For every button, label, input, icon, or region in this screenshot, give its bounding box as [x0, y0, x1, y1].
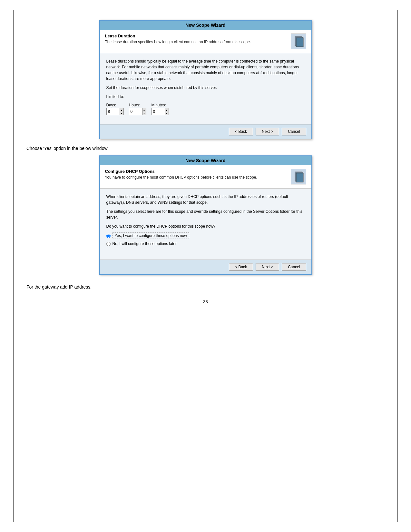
wizard1-days-arrows: ▲ ▼ [120, 108, 123, 115]
pages-icon2 [292, 171, 305, 183]
wizard1-days-spinbox: Days: 8 ▲ ▼ [106, 103, 124, 115]
wizard1-minutes-value: 0 [152, 108, 165, 115]
wizard2-body-para1: When clients obtain an address, they are… [106, 194, 305, 205]
wizard2-yes-label-box: Yes, I want to configure these options n… [113, 232, 189, 239]
wizard2-no-radio[interactable] [106, 242, 111, 246]
wizard2-footer: < Back Next > Cancel [100, 260, 311, 274]
wizard2-no-option[interactable]: No, I will configure these options later [106, 241, 305, 246]
wizard2-yes-label: Yes, I want to configure these options n… [115, 233, 187, 238]
page-number: 38 [26, 299, 385, 304]
wizard2-header-title: Configure DHCP Options [105, 169, 288, 174]
wizard2-no-label: No, I will configure these options later [113, 241, 177, 246]
wizard1-minutes-up[interactable]: ▲ [165, 108, 169, 112]
wizard2-back-button[interactable]: < Back [229, 263, 253, 271]
wizard1-hours-down[interactable]: ▼ [142, 112, 146, 115]
wizard1-dialog: New Scope Wizard Lease Duration The leas… [99, 20, 312, 139]
wizard1-days-down[interactable]: ▼ [120, 112, 123, 115]
wizard1-minutes-label: Minutes: [152, 103, 169, 107]
wizard2-header-desc: You have to configure the most common DH… [105, 175, 288, 180]
wizard1-body-para1: Lease durations should typically be equa… [106, 58, 305, 82]
svg-rect-2 [296, 38, 303, 47]
wizard1-minutes-arrows: ▲ ▼ [165, 108, 169, 115]
wizard2-body-para2: The settings you select here are for thi… [106, 209, 305, 220]
wizard2-header-text: Configure DHCP Options You have to confi… [105, 169, 288, 180]
wizard2-dialog: New Scope Wizard Configure DHCP Options … [99, 155, 312, 275]
wizard1-days-value: 8 [107, 108, 120, 115]
wizard2-yes-option[interactable]: Yes, I want to configure these options n… [106, 232, 305, 239]
wizard1-hours-arrows: ▲ ▼ [142, 108, 146, 115]
svg-rect-5 [296, 173, 303, 182]
bottom-text: For the gateway add IP address. [26, 284, 385, 290]
wizard1-icon [291, 34, 306, 49]
wizard1-header-text: Lease Duration The lease duration specif… [105, 34, 288, 44]
page-border: New Scope Wizard Lease Duration The leas… [13, 10, 398, 522]
pages-icon [292, 35, 305, 47]
wizard1-hours-label: Hours: [129, 103, 146, 107]
wizard1-days-label: Days: [106, 103, 124, 107]
wizard1-header-title: Lease Duration [105, 34, 288, 38]
wizard1-minutes-spinbox: Minutes: 0 ▲ ▼ [152, 103, 169, 115]
wizard1-hours-value: 0 [129, 108, 142, 115]
wizard2-header: Configure DHCP Options You have to confi… [100, 165, 311, 189]
wizard2-titlebar: New Scope Wizard [100, 156, 311, 165]
wizard2-next-button[interactable]: Next > [256, 263, 279, 271]
wizard1-minutes-ctrl[interactable]: 0 ▲ ▼ [152, 108, 169, 115]
wizard1-days-ctrl[interactable]: 8 ▲ ▼ [106, 108, 124, 115]
wizard2-radio-group: Yes, I want to configure these options n… [106, 232, 305, 246]
between-text: Choose 'Yes' option in the below window. [26, 146, 385, 151]
wizard1-spinbox-group: Days: 8 ▲ ▼ Hours: 0 [106, 103, 305, 115]
wizard1-header-desc: The lease duration specifies how long a … [105, 40, 288, 44]
wizard2-icon [291, 169, 306, 184]
wizard2-cancel-button[interactable]: Cancel [282, 263, 306, 271]
wizard1-header: Lease Duration The lease duration specif… [100, 30, 311, 53]
wizard2-yes-radio[interactable] [106, 234, 111, 238]
wizard1-body-para2: Set the duration for scope leases when d… [106, 85, 305, 91]
wizard1-footer: < Back Next > Cancel [100, 124, 311, 139]
wizard1-limited-to: Limited to: [106, 94, 305, 100]
wizard1-body: Lease durations should typically be equa… [100, 53, 311, 124]
wizard1-hours-spinbox: Hours: 0 ▲ ▼ [129, 103, 146, 115]
wizard1-next-button[interactable]: Next > [256, 128, 279, 135]
wizard1-title: New Scope Wizard [185, 23, 225, 28]
wizard1-titlebar: New Scope Wizard [100, 21, 311, 30]
wizard1-hours-up[interactable]: ▲ [142, 108, 146, 112]
wizard1-days-up[interactable]: ▲ [120, 108, 123, 112]
wizard1-hours-ctrl[interactable]: 0 ▲ ▼ [129, 108, 146, 115]
wizard1-cancel-button[interactable]: Cancel [282, 128, 306, 135]
wizard1-minutes-down[interactable]: ▼ [165, 112, 169, 115]
wizard1-back-button[interactable]: < Back [229, 128, 253, 135]
wizard2-title: New Scope Wizard [185, 158, 225, 163]
wizard2-body: When clients obtain an address, they are… [100, 189, 311, 260]
wizard2-body-para3: Do you want to configure the DHCP option… [106, 223, 305, 229]
